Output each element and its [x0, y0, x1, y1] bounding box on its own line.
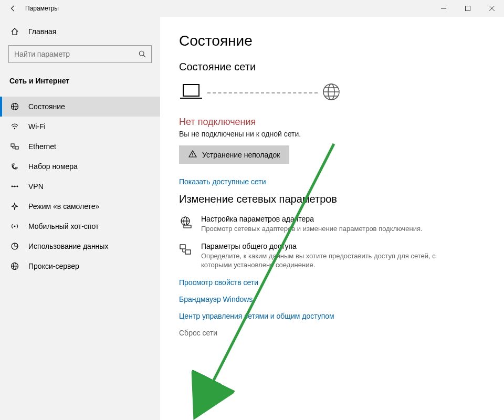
data-usage-icon — [9, 242, 20, 250]
svg-rect-37 — [185, 250, 191, 254]
main-content: Состояние Состояние сети Нет подключения… — [160, 17, 504, 420]
titlebar: Параметры — [0, 0, 504, 17]
connection-error-subtitle: Вы не подключены ни к одной сети. — [179, 130, 488, 138]
option-sharing-settings[interactable]: Параметры общего доступа Определите, к к… — [179, 242, 488, 270]
sidebar-item-home[interactable]: Главная — [0, 23, 160, 40]
search-box[interactable] — [8, 45, 152, 63]
sidebar-item-wifi[interactable]: Wi-Fi — [0, 117, 160, 136]
sidebar-item-label: Ethernet — [28, 142, 56, 151]
link-network-sharing-center[interactable]: Центр управления сетями и общим доступом — [179, 312, 488, 320]
sidebar-item-vpn[interactable]: VPN — [0, 176, 160, 196]
back-button[interactable] — [5, 1, 21, 16]
svg-rect-1 — [466, 6, 470, 11]
proxy-icon — [9, 262, 20, 270]
svg-line-5 — [143, 55, 145, 57]
option-adapter-settings[interactable]: Настройка параметров адаптера Просмотр с… — [179, 215, 488, 234]
connection-error-title: Нет подключения — [179, 117, 488, 128]
svg-rect-11 — [15, 146, 18, 149]
sharing-icon — [179, 242, 194, 270]
sidebar-item-label: Использование данных — [28, 242, 108, 250]
link-network-properties[interactable]: Просмотр свойств сети — [179, 278, 488, 287]
sidebar-item-airplane[interactable]: Режим «в самолете» — [0, 196, 160, 216]
sidebar-item-proxy[interactable]: Прокси-сервер — [0, 256, 160, 276]
sidebar-item-data-usage[interactable]: Использование данных — [0, 236, 160, 256]
option-desc: Определите, к каким данным вы хотите пре… — [201, 251, 443, 270]
svg-point-4 — [139, 51, 144, 56]
sidebar-item-ethernet[interactable]: Ethernet — [0, 136, 160, 156]
maximize-button[interactable] — [456, 0, 480, 17]
globe-icon — [322, 82, 341, 103]
show-networks-link[interactable]: Показать доступные сети — [179, 177, 488, 186]
svg-point-15 — [17, 186, 18, 187]
close-button[interactable] — [480, 0, 504, 17]
hotspot-icon — [9, 222, 20, 230]
network-icon — [9, 102, 20, 111]
change-settings-heading: Изменение сетевых параметров — [179, 193, 488, 205]
svg-rect-36 — [180, 245, 185, 249]
network-reset-link[interactable]: Сброс сети — [179, 329, 488, 337]
sidebar-item-label: Набор номера — [28, 162, 78, 171]
laptop-icon — [179, 82, 203, 103]
wifi-icon — [9, 122, 20, 131]
sidebar-section-label: Сеть и Интернет — [0, 71, 160, 91]
sidebar: Главная Сеть и Интернет Состояние — [0, 17, 160, 420]
minimize-button[interactable] — [432, 0, 456, 17]
search-icon — [133, 45, 151, 63]
sidebar-item-hotspot[interactable]: Мобильный хот-спот — [0, 216, 160, 236]
option-title: Параметры общего доступа — [201, 242, 443, 250]
sidebar-item-label: Прокси-сервер — [28, 262, 79, 270]
sidebar-item-label: Главная — [28, 27, 56, 36]
sidebar-item-dialup[interactable]: Набор номера — [0, 156, 160, 176]
status-heading: Состояние сети — [179, 61, 488, 73]
search-input[interactable] — [9, 50, 133, 58]
connection-line — [207, 92, 318, 93]
svg-rect-35 — [184, 225, 191, 228]
warning-icon — [188, 150, 197, 160]
adapter-icon — [179, 215, 194, 234]
sidebar-item-label: Режим «в самолете» — [28, 202, 99, 211]
sidebar-item-label: Состояние — [28, 102, 65, 111]
vpn-icon — [9, 182, 20, 191]
airplane-icon — [9, 202, 20, 211]
troubleshoot-label: Устранение неполадок — [202, 151, 280, 159]
option-desc: Просмотр сетевых адаптеров и изменение п… — [201, 224, 423, 234]
ethernet-icon — [9, 142, 20, 151]
window-title: Параметры — [25, 5, 59, 12]
sidebar-item-label: VPN — [28, 182, 44, 191]
home-icon — [9, 27, 20, 36]
network-diagram — [179, 82, 488, 103]
link-windows-firewall[interactable]: Брандмауэр Windows — [179, 295, 488, 303]
svg-rect-23 — [183, 85, 199, 96]
svg-point-9 — [14, 128, 15, 129]
dialup-icon — [9, 162, 20, 171]
svg-rect-10 — [11, 144, 14, 146]
sidebar-item-label: Мобильный хот-спот — [28, 222, 99, 230]
option-title: Настройка параметров адаптера — [201, 215, 423, 223]
svg-point-18 — [14, 226, 16, 227]
svg-point-31 — [192, 155, 193, 156]
sidebar-item-label: Wi-Fi — [28, 122, 46, 131]
page-title: Состояние — [179, 33, 488, 49]
sidebar-item-status[interactable]: Состояние — [0, 97, 160, 117]
svg-point-14 — [12, 186, 13, 187]
troubleshoot-button[interactable]: Устранение неполадок — [179, 145, 289, 164]
